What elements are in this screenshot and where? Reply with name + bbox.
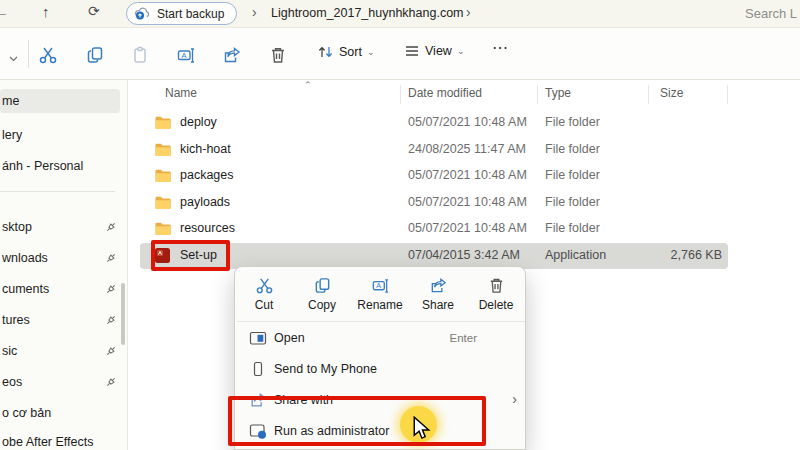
breadcrumb[interactable]: Lightroom_2017_huynhkhang.com bbox=[271, 6, 464, 20]
start-backup-button[interactable]: Start backup bbox=[126, 2, 237, 25]
delete-icon bbox=[487, 276, 506, 295]
rename-icon: A bbox=[371, 276, 390, 295]
address-bar: ← ↑ ⟳ Start backup › Lightroom_2017_huyn… bbox=[0, 0, 800, 28]
shortcut-hint: Enter bbox=[450, 332, 478, 344]
rename-button[interactable]: A Rename bbox=[351, 271, 409, 320]
sidebar-item-gallery[interactable]: lery bbox=[0, 123, 120, 147]
refresh-icon[interactable]: ⟳ bbox=[88, 3, 100, 19]
folder-icon bbox=[154, 220, 172, 238]
sidebar-item-label: ánh - Personal bbox=[2, 159, 83, 173]
rename-icon[interactable]: A bbox=[175, 44, 197, 66]
chevron-down-icon: ⌄ bbox=[457, 46, 465, 56]
column-separator[interactable] bbox=[400, 85, 401, 104]
file-type: File folder bbox=[545, 221, 600, 235]
sidebar-item-onedrive[interactable]: ánh - Personal bbox=[0, 154, 120, 178]
column-separator[interactable] bbox=[648, 85, 649, 104]
sidebar-item-videos[interactable]: eos bbox=[0, 370, 120, 394]
folder-icon bbox=[154, 114, 172, 132]
quick-actions-row: Cut Copy A Rename Share Delete bbox=[235, 271, 525, 320]
sidebar-item-folder[interactable]: o cơ bản bbox=[0, 401, 120, 425]
view-label: View bbox=[425, 44, 452, 58]
file-date: 05/07/2021 10:48 AM bbox=[408, 115, 527, 129]
folder-icon bbox=[154, 141, 172, 159]
pane-divider bbox=[127, 80, 128, 450]
cut-button[interactable]: Cut bbox=[235, 271, 293, 320]
sidebar-item-label: wnloads bbox=[2, 251, 48, 265]
phone-icon bbox=[249, 360, 267, 378]
sidebar-item-label: me bbox=[2, 94, 19, 108]
file-row-resources[interactable]: resources 05/07/2021 10:48 AM File folde… bbox=[140, 216, 728, 242]
file-type: File folder bbox=[545, 142, 600, 156]
copy-icon[interactable] bbox=[84, 44, 106, 66]
file-type: File folder bbox=[545, 168, 600, 182]
file-row-payloads[interactable]: payloads 05/07/2021 10:48 AM File folder bbox=[140, 190, 728, 216]
column-type[interactable]: Type bbox=[545, 86, 571, 100]
share-button[interactable]: Share bbox=[409, 271, 467, 320]
file-date: 07/04/2015 3:42 AM bbox=[408, 248, 520, 262]
file-date: 24/08/2025 11:47 AM bbox=[408, 142, 526, 156]
file-row-packages[interactable]: packages 05/07/2021 10:48 AM File folder bbox=[140, 163, 728, 189]
file-name: payloads bbox=[180, 195, 230, 209]
column-name[interactable]: Name bbox=[165, 86, 197, 100]
file-name: kich-hoat bbox=[180, 142, 231, 156]
menu-item-open[interactable]: Open Enter bbox=[235, 323, 525, 354]
sidebar-scrollbar[interactable] bbox=[121, 283, 125, 345]
sidebar-item-home[interactable]: me bbox=[0, 89, 120, 113]
search-input[interactable]: Search L bbox=[745, 6, 797, 21]
file-type: Application bbox=[545, 248, 606, 262]
file-date: 05/07/2021 10:48 AM bbox=[408, 195, 527, 209]
file-date: 05/07/2021 10:48 AM bbox=[408, 168, 527, 182]
column-date-modified[interactable]: Date modified bbox=[408, 86, 482, 100]
back-icon[interactable]: ← bbox=[0, 3, 9, 20]
copy-button[interactable]: Copy bbox=[293, 271, 351, 320]
file-type: File folder bbox=[545, 115, 600, 129]
pin-icon bbox=[104, 282, 118, 296]
view-button[interactable]: View ⌄ bbox=[404, 44, 464, 58]
sidebar-item-label: eos bbox=[2, 375, 22, 389]
up-icon[interactable]: ↑ bbox=[42, 3, 50, 20]
submenu-chevron-icon: › bbox=[512, 391, 517, 407]
delete-button[interactable]: Delete bbox=[467, 271, 525, 320]
file-row-deploy[interactable]: deploy 05/07/2021 10:48 AM File folder bbox=[140, 110, 728, 136]
sidebar-item-label: cuments bbox=[2, 282, 49, 296]
sidebar-item-downloads[interactable]: wnloads bbox=[0, 246, 120, 270]
pin-icon bbox=[104, 344, 118, 358]
sidebar-item-pictures[interactable]: tures bbox=[0, 308, 120, 332]
sidebar-item-after-effects[interactable]: obe After Effects bbox=[0, 430, 120, 450]
delete-icon[interactable] bbox=[267, 44, 289, 66]
file-size: 2,766 KB bbox=[671, 248, 722, 262]
cut-label: Cut bbox=[255, 298, 274, 312]
menu-item-send-to-phone[interactable]: Send to My Phone bbox=[235, 354, 525, 385]
sidebar-item-label: sic bbox=[2, 344, 17, 358]
folder-icon bbox=[154, 194, 172, 212]
sidebar-item-documents[interactable]: cuments bbox=[0, 277, 120, 301]
toolbar-divider bbox=[28, 40, 29, 68]
share-icon[interactable] bbox=[221, 44, 243, 66]
sidebar-item-music[interactable]: sic bbox=[0, 339, 120, 363]
sidebar-item-desktop[interactable]: sktop bbox=[0, 215, 120, 239]
cut-icon[interactable] bbox=[37, 44, 59, 66]
column-separator[interactable] bbox=[727, 85, 728, 104]
chevron-down-icon: ⌄ bbox=[367, 47, 375, 57]
copy-icon bbox=[313, 276, 332, 295]
sidebar-divider bbox=[0, 191, 115, 192]
sort-ascending-icon: ⌃ bbox=[304, 80, 312, 90]
sort-button[interactable]: Sort ⌄ bbox=[317, 44, 374, 60]
menu-separator bbox=[237, 321, 525, 322]
breadcrumb-chevron-2: › bbox=[466, 4, 471, 20]
more-options-button[interactable]: ⋯ bbox=[492, 38, 509, 57]
open-icon bbox=[249, 329, 267, 347]
file-name: resources bbox=[180, 221, 235, 235]
share-label: Share bbox=[422, 298, 454, 312]
menu-item-label: Send to My Phone bbox=[274, 362, 377, 376]
svg-text:A: A bbox=[376, 282, 381, 290]
sidebar-item-label: obe After Effects bbox=[2, 435, 94, 449]
breadcrumb-chevron: › bbox=[252, 4, 257, 20]
file-name: deploy bbox=[180, 115, 217, 129]
pin-icon bbox=[104, 251, 118, 265]
column-separator[interactable] bbox=[537, 85, 538, 104]
file-row-kich-hoat[interactable]: kich-hoat 24/08/2025 11:47 AM File folde… bbox=[140, 137, 728, 163]
command-toolbar: A Sort ⌄ View ⌄ ⋯ bbox=[0, 28, 800, 80]
column-size[interactable]: Size bbox=[660, 86, 683, 100]
new-chevron-icon[interactable] bbox=[2, 48, 24, 70]
